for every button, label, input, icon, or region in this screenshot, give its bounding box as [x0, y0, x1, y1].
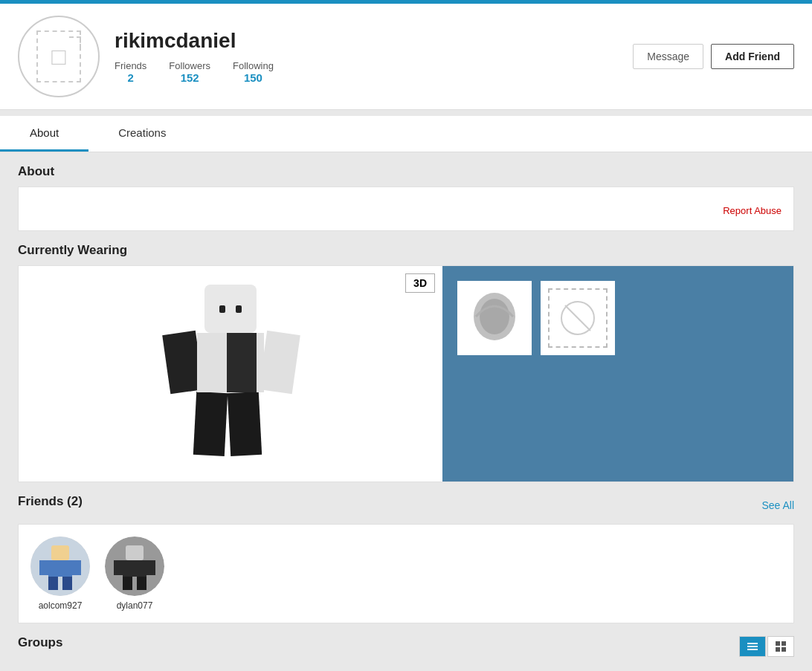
svg-rect-14	[114, 560, 123, 575]
currently-wearing-section: Currently Wearing 3D	[18, 243, 794, 482]
groups-header: Groups	[18, 635, 794, 658]
items-panel	[442, 266, 793, 482]
avatar: □	[18, 16, 100, 97]
friend-avatar-1	[30, 537, 90, 596]
tabs-container: About Creations	[0, 116, 812, 152]
currently-wearing-title: Currently Wearing	[18, 243, 794, 258]
main-content: About Report Abuse Currently Wearing 3D	[0, 152, 812, 671]
friends-title: Friends (2)	[18, 494, 83, 509]
friend2-svg	[105, 537, 164, 596]
followers-label: Followers	[169, 60, 210, 71]
stat-following[interactable]: Following 150	[233, 60, 274, 84]
svg-line-3	[565, 305, 590, 331]
stat-followers[interactable]: Followers 152	[169, 60, 210, 84]
svg-rect-16	[123, 577, 132, 590]
about-section: Report Abuse	[18, 187, 794, 231]
friends-section: Friends (2) See All	[18, 494, 794, 623]
friend-name-1: aolcom927	[30, 600, 90, 611]
profile-info: rikimcdaniel Friends 2 Followers 152 Fol…	[115, 29, 618, 84]
wearing-card: 3D	[18, 265, 794, 482]
svg-rect-23	[776, 647, 780, 652]
view-toggle	[739, 636, 794, 657]
svg-rect-12	[126, 545, 144, 560]
svg-rect-7	[39, 560, 48, 575]
svg-rect-21	[776, 641, 780, 646]
profile-actions: Message Add Friend	[633, 44, 794, 69]
svg-rect-24	[782, 647, 786, 652]
char-leg-right	[228, 392, 262, 456]
grid-icon	[774, 640, 787, 653]
svg-rect-15	[146, 560, 155, 575]
list-icon	[746, 640, 759, 653]
groups-section: Groups	[18, 635, 794, 658]
avatar-icon: □	[51, 45, 65, 68]
profile-username: rikimcdaniel	[115, 29, 618, 53]
friend-item-1[interactable]: aolcom927	[30, 537, 90, 611]
friends-label: Friends	[115, 60, 146, 71]
following-value: 150	[233, 71, 274, 84]
see-all-link[interactable]: See All	[761, 499, 794, 511]
char-eye-right	[236, 305, 242, 313]
svg-rect-18	[747, 643, 758, 644]
following-label: Following	[233, 60, 274, 71]
report-abuse-link[interactable]: Report Abuse	[30, 199, 782, 216]
svg-rect-17	[137, 577, 146, 590]
svg-rect-20	[747, 649, 758, 650]
roblox-character	[141, 277, 320, 470]
avatar-placeholder: □	[36, 30, 81, 82]
profile-stats: Friends 2 Followers 152 Following 150	[115, 60, 618, 84]
friends-header: Friends (2) See All	[18, 494, 794, 516]
btn-3d[interactable]: 3D	[405, 273, 435, 293]
svg-rect-22	[782, 641, 786, 646]
svg-rect-10	[62, 577, 72, 590]
view-btn-grid[interactable]	[767, 636, 794, 657]
friend-item-2[interactable]: dylan077	[105, 537, 164, 611]
message-button[interactable]: Message	[633, 44, 703, 69]
about-title: About	[18, 164, 794, 179]
item-thumb-2[interactable]	[541, 281, 615, 355]
groups-title: Groups	[18, 635, 62, 650]
char-eye-left	[219, 305, 225, 313]
item-svg-1	[465, 288, 524, 348]
friends-value: 2	[115, 71, 146, 84]
profile-header: □ rikimcdaniel Friends 2 Followers 152 F…	[0, 4, 812, 110]
svg-rect-5	[51, 545, 69, 560]
avatar-3d-viewer: 3D	[19, 266, 442, 482]
view-btn-list[interactable]	[739, 636, 766, 657]
char-leg-left	[193, 392, 228, 456]
stat-friends[interactable]: Friends 2	[115, 60, 146, 84]
svg-rect-6	[48, 560, 72, 577]
svg-rect-8	[72, 560, 81, 575]
tab-about[interactable]: About	[0, 116, 88, 152]
friend-avatar-2	[105, 537, 164, 596]
item-thumb-1[interactable]	[457, 281, 532, 355]
char-torso-dark	[227, 333, 257, 392]
no-item-svg	[559, 299, 596, 337]
add-friend-button[interactable]: Add Friend	[711, 44, 794, 69]
svg-point-1	[480, 299, 509, 334]
svg-rect-9	[48, 577, 58, 590]
svg-rect-19	[747, 646, 758, 647]
char-head	[204, 285, 257, 333]
item-placeholder-icon	[548, 288, 608, 348]
tab-creations[interactable]: Creations	[88, 116, 196, 152]
friend1-svg	[30, 537, 90, 596]
friends-card: aolcom927	[18, 524, 794, 623]
friend-name-2: dylan077	[105, 600, 164, 611]
svg-rect-13	[123, 560, 146, 577]
followers-value: 152	[169, 71, 210, 84]
char-arm-right	[259, 331, 300, 394]
